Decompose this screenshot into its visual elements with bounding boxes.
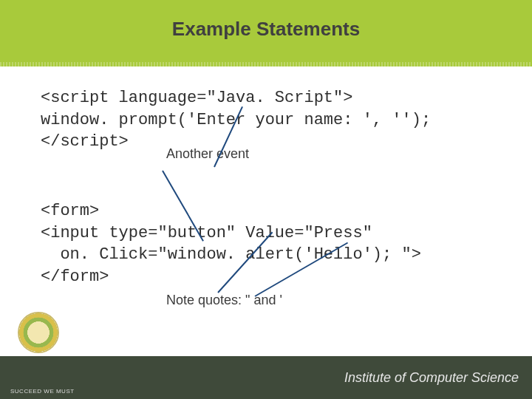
slide-title: Example Statements [0, 18, 532, 41]
code-line-2: window. prompt('Enter your name: ', ''); [41, 109, 499, 132]
footer-bar: SUCCEED WE MUST Institute of Computer Sc… [0, 356, 532, 399]
code-line-4: <form> [41, 200, 499, 222]
annotation-note-quotes: Note quotes: " and ' [166, 293, 282, 308]
code-line-3: </script> [41, 131, 499, 153]
code-line-1: <script language="Java. Script"> [41, 87, 499, 109]
university-seal-icon [18, 312, 59, 353]
code-line-7: </form> [41, 266, 499, 288]
footer-institute: Institute of Computer Science [344, 370, 519, 386]
annotation-another-event: Another event [166, 146, 249, 162]
code-line-6: on. Click="window. alert('Hello'); "> [41, 244, 499, 266]
footer-motto: SUCCEED WE MUST [10, 388, 75, 395]
content-area: <script language="Java. Script"> window.… [41, 87, 499, 288]
